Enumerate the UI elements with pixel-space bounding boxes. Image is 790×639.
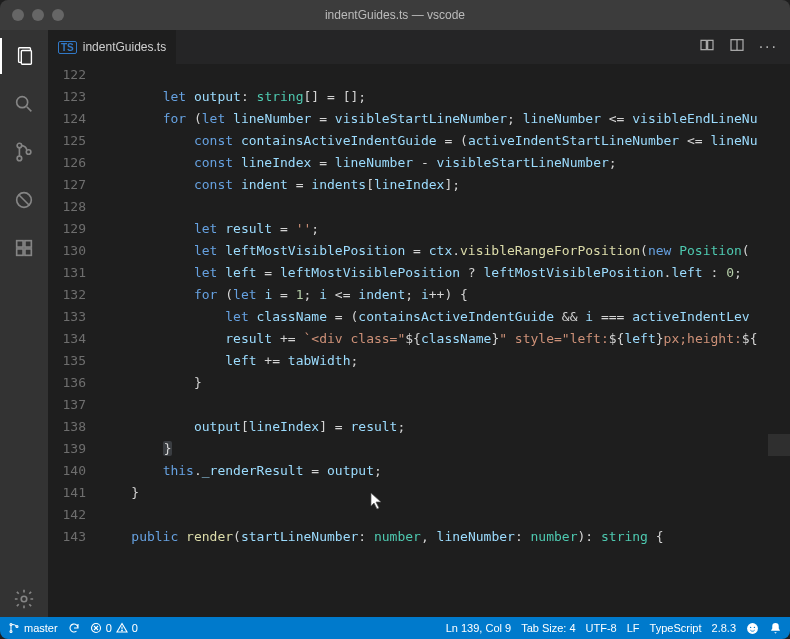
window-title: indentGuides.ts — vscode xyxy=(325,8,465,22)
branch-name: master xyxy=(24,622,58,634)
line-number: 132 xyxy=(48,284,86,306)
search-icon[interactable] xyxy=(0,86,48,122)
line-number: 142 xyxy=(48,504,86,526)
sync-icon xyxy=(68,622,80,634)
explorer-icon[interactable] xyxy=(0,38,48,74)
line-number: 141 xyxy=(48,482,86,504)
editor-actions: ··· xyxy=(699,30,790,64)
status-feedback[interactable] xyxy=(746,622,759,635)
code-line[interactable] xyxy=(100,504,790,526)
svg-point-2 xyxy=(17,97,28,108)
status-bar: master 0 0 Ln 139, Col 9 Tab Size: 4 UTF… xyxy=(0,617,790,639)
status-eol[interactable]: LF xyxy=(627,622,640,634)
line-number: 127 xyxy=(48,174,86,196)
code-line[interactable] xyxy=(100,394,790,416)
minimize-window-button[interactable] xyxy=(32,9,44,21)
line-number: 143 xyxy=(48,526,86,548)
code-line[interactable]: result += `<div class="${className}" sty… xyxy=(100,328,790,350)
status-ts-version[interactable]: 2.8.3 xyxy=(712,622,736,634)
main-area: TS indentGuides.ts ··· 12212312412512612… xyxy=(0,30,790,617)
code-line[interactable] xyxy=(100,64,790,86)
code-editor[interactable]: 1221231241251261271281291301311321331341… xyxy=(48,64,790,617)
code-line[interactable]: } xyxy=(100,482,790,504)
line-number: 134 xyxy=(48,328,86,350)
code-line[interactable]: this._renderResult = output; xyxy=(100,460,790,482)
svg-rect-14 xyxy=(701,40,706,49)
status-tab-size[interactable]: Tab Size: 4 xyxy=(521,622,575,634)
titlebar: indentGuides.ts — vscode xyxy=(0,0,790,30)
svg-point-6 xyxy=(26,150,31,155)
code-line[interactable]: for (let lineNumber = visibleStartLineNu… xyxy=(100,108,790,130)
line-number: 123 xyxy=(48,86,86,108)
line-number-gutter: 1221231241251261271281291301311321331341… xyxy=(48,64,100,617)
code-line[interactable]: } xyxy=(100,372,790,394)
git-branch-icon xyxy=(8,622,20,634)
line-number: 124 xyxy=(48,108,86,130)
svg-rect-10 xyxy=(25,241,31,247)
status-cursor-position[interactable]: Ln 139, Col 9 xyxy=(446,622,511,634)
split-editor-icon[interactable] xyxy=(729,37,745,57)
open-changes-icon[interactable] xyxy=(699,37,715,57)
settings-icon[interactable] xyxy=(0,581,48,617)
code-line[interactable]: const indent = indents[lineIndex]; xyxy=(100,174,790,196)
error-icon xyxy=(90,622,102,634)
code-line[interactable]: let result = ''; xyxy=(100,218,790,240)
tab-filename: indentGuides.ts xyxy=(83,40,166,54)
tab-bar: TS indentGuides.ts ··· xyxy=(48,30,790,64)
code-content[interactable]: let output: string[] = []; for (let line… xyxy=(100,64,790,617)
svg-point-28 xyxy=(754,626,755,627)
code-line[interactable]: public render(startLineNumber: number, l… xyxy=(100,526,790,548)
line-number: 122 xyxy=(48,64,86,86)
debug-icon[interactable] xyxy=(0,182,48,218)
svg-point-13 xyxy=(21,596,27,602)
line-number: 130 xyxy=(48,240,86,262)
bell-icon xyxy=(769,622,782,635)
svg-rect-1 xyxy=(21,51,31,65)
traffic-lights xyxy=(12,9,64,21)
line-number: 135 xyxy=(48,350,86,372)
extensions-icon[interactable] xyxy=(0,230,48,266)
error-count: 0 xyxy=(106,622,112,634)
svg-point-4 xyxy=(17,143,22,148)
status-branch[interactable]: master xyxy=(8,622,58,634)
code-line[interactable]: let output: string[] = []; xyxy=(100,86,790,108)
line-number: 137 xyxy=(48,394,86,416)
code-line[interactable]: } xyxy=(100,438,790,460)
code-line[interactable]: let leftMostVisiblePosition = ctx.visibl… xyxy=(100,240,790,262)
line-number: 140 xyxy=(48,460,86,482)
status-encoding[interactable]: UTF-8 xyxy=(586,622,617,634)
status-sync[interactable] xyxy=(68,622,80,634)
warning-count: 0 xyxy=(132,622,138,634)
svg-point-25 xyxy=(121,630,122,631)
line-number: 129 xyxy=(48,218,86,240)
code-line[interactable]: left += tabWidth; xyxy=(100,350,790,372)
status-language[interactable]: TypeScript xyxy=(650,622,702,634)
editor-area: TS indentGuides.ts ··· 12212312412512612… xyxy=(48,30,790,617)
code-line[interactable]: for (let i = 1; i <= indent; i++) { xyxy=(100,284,790,306)
line-number: 125 xyxy=(48,130,86,152)
maximize-window-button[interactable] xyxy=(52,9,64,21)
line-number: 131 xyxy=(48,262,86,284)
close-window-button[interactable] xyxy=(12,9,24,21)
svg-rect-11 xyxy=(17,249,23,255)
svg-rect-15 xyxy=(707,40,712,49)
code-line[interactable]: let className = (containsActiveIndentGui… xyxy=(100,306,790,328)
svg-point-19 xyxy=(10,631,12,633)
status-notifications[interactable] xyxy=(769,622,782,635)
svg-line-3 xyxy=(27,107,32,112)
line-number: 138 xyxy=(48,416,86,438)
code-line[interactable] xyxy=(100,196,790,218)
source-control-icon[interactable] xyxy=(0,134,48,170)
scrollbar-marker[interactable] xyxy=(768,434,790,456)
tab-indentguides[interactable]: TS indentGuides.ts xyxy=(48,30,177,64)
code-line[interactable]: output[lineIndex] = result; xyxy=(100,416,790,438)
code-line[interactable]: const containsActiveIndentGuide = (activ… xyxy=(100,130,790,152)
smiley-icon xyxy=(746,622,759,635)
svg-point-5 xyxy=(17,156,22,161)
status-problems[interactable]: 0 0 xyxy=(90,622,138,634)
more-actions-icon[interactable]: ··· xyxy=(759,38,778,56)
line-number: 126 xyxy=(48,152,86,174)
code-line[interactable]: let left = leftMostVisiblePosition ? lef… xyxy=(100,262,790,284)
line-number: 139 xyxy=(48,438,86,460)
code-line[interactable]: const lineIndex = lineNumber - visibleSt… xyxy=(100,152,790,174)
